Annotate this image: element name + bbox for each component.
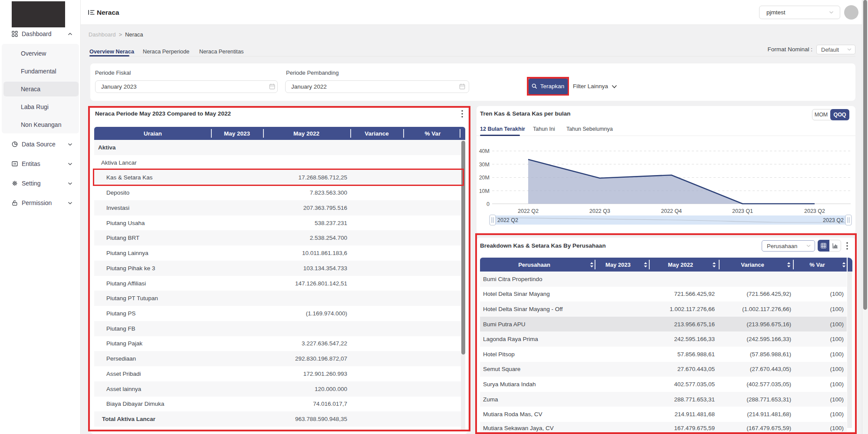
svg-text:2022 Q2: 2022 Q2 (518, 208, 539, 214)
svg-text:2023 Q1: 2023 Q1 (732, 208, 753, 214)
svg-text:20M: 20M (479, 175, 490, 181)
svg-text:2023 Q2: 2023 Q2 (804, 208, 825, 214)
svg-text:10M: 10M (479, 188, 490, 194)
svg-text:2023 Q2: 2023 Q2 (823, 217, 844, 223)
svg-text:2022 Q2: 2022 Q2 (497, 217, 518, 223)
svg-text:2022 Q3: 2022 Q3 (589, 208, 610, 214)
svg-text:0: 0 (487, 201, 490, 207)
svg-text:40M: 40M (479, 148, 490, 154)
svg-text:30M: 30M (479, 162, 490, 168)
svg-text:2022 Q4: 2022 Q4 (661, 208, 682, 214)
